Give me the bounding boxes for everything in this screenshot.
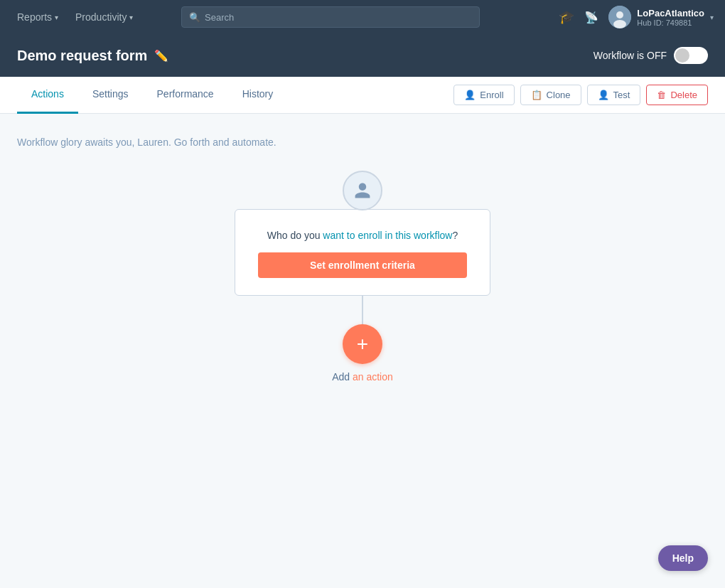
top-nav: Reports ▾ Productivity ▾ 🔍 Search 🎓 📡 Lo… <box>0 0 725 34</box>
tagline: Workflow glory awaits you, Lauren. Go fo… <box>17 137 708 148</box>
add-action-button[interactable]: + <box>343 324 382 364</box>
user-name: LoPacAtlantico <box>637 8 704 18</box>
nav-reports-label: Reports <box>17 11 52 23</box>
tab-history[interactable]: History <box>228 77 288 114</box>
add-action-label: Add an action <box>332 371 393 383</box>
workflow-title: Demo request form <box>17 48 147 64</box>
enrollment-card: Who do you want to enroll in this workfl… <box>235 209 490 296</box>
trash-icon: 🗑 <box>657 90 666 100</box>
sub-header: Demo request form ✏️ Workflow is OFF <box>0 34 725 77</box>
set-criteria-button[interactable]: Set enrollment criteria <box>258 252 467 278</box>
enroll-button[interactable]: 👤 Enroll <box>453 85 514 105</box>
person-icon <box>353 181 372 200</box>
tab-actions[interactable]: Actions <box>17 77 78 114</box>
workflow-off-label: Workflow is OFF <box>594 50 667 61</box>
enrollment-icon-wrap <box>343 171 382 210</box>
svg-point-1 <box>616 11 623 18</box>
tabs-right: 👤 Enroll 📋 Clone 👤 Test 🗑 Delete <box>453 85 708 105</box>
tab-performance[interactable]: Performance <box>143 77 228 114</box>
user-menu[interactable]: LoPacAtlantico Hub ID: 749881 ▾ <box>608 6 714 28</box>
nav-reports[interactable]: Reports ▾ <box>11 9 64 26</box>
main-content: Workflow glory awaits you, Lauren. Go fo… <box>0 114 725 588</box>
edit-icon[interactable]: ✏️ <box>154 49 168 63</box>
add-action-wrap[interactable]: + Add an action <box>332 324 393 383</box>
nav-productivity[interactable]: Productivity ▾ <box>70 9 139 26</box>
nav-right: 🎓 📡 LoPacAtlantico Hub ID: 749881 ▾ <box>559 6 714 28</box>
search-bar[interactable]: 🔍 Search <box>181 6 480 28</box>
enrollment-question: Who do you want to enroll in this workfl… <box>267 230 458 241</box>
graduation-cap-icon[interactable]: 🎓 <box>559 9 574 25</box>
test-icon: 👤 <box>598 90 609 100</box>
chevron-down-icon: ▾ <box>129 14 133 21</box>
plus-icon: + <box>357 333 368 356</box>
tabs-bar: Actions Settings Performance History 👤 E… <box>0 77 725 114</box>
broadcast-icon[interactable]: 📡 <box>584 11 598 24</box>
chevron-down-icon: ▾ <box>55 14 58 21</box>
user-chevron-icon: ▾ <box>710 14 714 21</box>
avatar <box>608 6 631 28</box>
svg-point-2 <box>613 20 626 28</box>
person-plus-icon: 👤 <box>464 90 476 100</box>
workflow-title-wrap: Demo request form ✏️ <box>17 48 168 64</box>
connector-line <box>362 296 363 324</box>
tab-settings[interactable]: Settings <box>78 77 143 114</box>
search-icon: 🔍 <box>189 12 200 23</box>
clone-button[interactable]: 📋 Clone <box>520 85 581 105</box>
delete-button[interactable]: 🗑 Delete <box>646 85 708 105</box>
workflow-status: Workflow is OFF <box>594 47 708 64</box>
hub-id: Hub ID: 749881 <box>637 18 692 27</box>
nav-productivity-label: Productivity <box>75 11 127 23</box>
workflow-toggle[interactable] <box>674 47 708 64</box>
search-placeholder: Search <box>205 12 234 23</box>
user-text: LoPacAtlantico Hub ID: 749881 <box>637 8 704 27</box>
clone-icon: 📋 <box>531 90 542 100</box>
help-button[interactable]: Help <box>658 545 708 571</box>
workflow-canvas: Who do you want to enroll in this workfl… <box>17 171 708 383</box>
tabs-left: Actions Settings Performance History <box>17 77 287 114</box>
test-button[interactable]: 👤 Test <box>587 85 641 105</box>
toggle-knob <box>675 48 689 63</box>
